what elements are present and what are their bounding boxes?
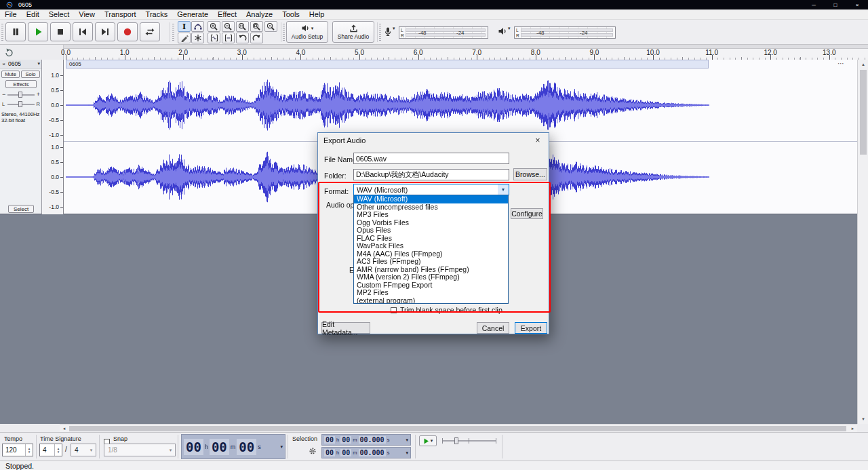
horizontal-scroll-thumb[interactable] [69, 426, 846, 431]
format-option[interactable]: MP3 Files [354, 211, 508, 219]
format-option[interactable]: AC3 Files (FFmpeg) [354, 258, 508, 266]
speed-sl2ider-thumb[interactable] [454, 437, 458, 444]
playback-meter-controls[interactable]: ▾ [498, 26, 511, 37]
browse-button[interactable]: Browse... [513, 168, 547, 180]
menu-transport[interactable]: Transport [100, 9, 141, 20]
configure-button[interactable]: Configure [511, 208, 543, 219]
track-menu-icon[interactable]: ▾ [37, 61, 40, 66]
vertical-scroll-thumb[interactable] [860, 70, 867, 155]
fit-selection-button[interactable] [236, 21, 249, 32]
draw-tool-button[interactable] [178, 33, 191, 43]
share-audio-button[interactable]: Share Audio [332, 21, 374, 43]
pause-button[interactable] [5, 22, 26, 41]
gain-slider[interactable]: − + [0, 91, 42, 98]
format-dropdown-list[interactable]: WAV (Microsoft)Other uncompressed filesM… [353, 195, 509, 304]
play-button[interactable] [28, 22, 48, 41]
spin-down-icon[interactable]: ▾ [28, 450, 31, 454]
menu-help[interactable]: Help [304, 9, 330, 20]
selection-options-button[interactable] [309, 447, 317, 455]
lcd-digits[interactable]: 00 [210, 439, 229, 455]
format-option[interactable]: Opus Files [354, 227, 508, 235]
menu-select[interactable]: Select [44, 9, 75, 20]
lcd-digits[interactable]: 00 [340, 436, 351, 444]
lcd-digits[interactable]: 00 [237, 439, 256, 455]
pan-slider-thumb[interactable] [18, 101, 22, 107]
fit-project-button[interactable] [250, 21, 263, 32]
pan-slider[interactable]: L R [0, 100, 42, 108]
overflow-dots-icon[interactable]: ⋯ [837, 60, 845, 67]
audio-setup-button[interactable]: ▾ Audio Setup [286, 21, 328, 43]
menu-analyze[interactable]: Analyze [241, 9, 277, 20]
format-option[interactable]: MP2 Files [354, 289, 508, 297]
zoom-out-button[interactable] [222, 21, 235, 32]
time-display[interactable]: 00h00m00s▾ [181, 434, 285, 459]
toolbar-grip[interactable] [1, 24, 3, 41]
selection-tool-button[interactable]: I [178, 21, 191, 32]
dialog-titlebar[interactable]: Export Audio [318, 133, 549, 148]
zoom-in-button[interactable] [208, 21, 220, 32]
chevron-down-icon[interactable]: ▾ [406, 450, 408, 456]
loop-button[interactable] [140, 22, 160, 41]
zoom-toggle-button[interactable] [264, 21, 277, 32]
undo-button[interactable] [236, 33, 249, 43]
skip-to-start-button[interactable] [73, 22, 93, 41]
redo-button[interactable] [250, 33, 263, 43]
edit-metadata-button[interactable]: Edit Metadata... [321, 322, 370, 334]
dialog-close-button[interactable]: × [527, 133, 549, 148]
scroll-up-icon[interactable]: ▴ [858, 60, 868, 69]
skip-to-end-button[interactable] [95, 22, 115, 41]
menu-generate[interactable]: Generate [172, 9, 213, 20]
toolbar-grip[interactable] [283, 24, 285, 41]
timeline-ruler[interactable]: 0.01.02.03.04.05.06.07.08.09.010.011.012… [0, 45, 868, 60]
vertical-ruler[interactable]: 1.00.50.0-0.5-1.01.00.50.0-0.5-1.0 [42, 60, 64, 214]
trim-checkbox-row[interactable]: Trim blank space before first clip [391, 306, 502, 314]
horizontal-scrollbar[interactable]: ◂ ▸ [60, 424, 857, 432]
checkbox-icon[interactable] [391, 307, 397, 313]
format-combobox[interactable]: WAV (Microsoft) ▾ [353, 184, 509, 195]
menu-tracks[interactable]: Tracks [141, 9, 173, 20]
play-at-speed-button[interactable]: ▾ [419, 435, 437, 446]
record-button[interactable] [117, 22, 138, 41]
toolbar-grip[interactable] [172, 24, 174, 41]
menu-effect[interactable]: Effect [213, 9, 241, 20]
scroll-down-icon[interactable]: ▾ [858, 414, 868, 424]
effects-button[interactable]: Effects [5, 80, 37, 88]
envelope-tool-button[interactable] [191, 21, 204, 32]
timeline-options[interactable] [0, 45, 64, 60]
record-meter-controls[interactable]: ▾ [382, 26, 395, 37]
lcd-digits[interactable]: 00 [324, 436, 335, 444]
chevron-down-icon[interactable]: ▾ [406, 437, 408, 443]
close-button[interactable]: × [846, 0, 868, 9]
lcd-digits[interactable]: 00 [340, 449, 351, 456]
format-option[interactable]: WavPack Files [354, 242, 508, 250]
cancel-button[interactable]: Cancel [477, 322, 509, 334]
trim-audio-button[interactable] [208, 33, 220, 43]
maximize-button[interactable]: □ [825, 0, 846, 9]
track-name[interactable]: 0605 [7, 60, 37, 67]
lcd-digits[interactable]: 00.000 [359, 436, 386, 444]
menu-tools[interactable]: Tools [277, 9, 304, 20]
silence-audio-button[interactable] [222, 33, 235, 43]
folder-input[interactable] [353, 169, 509, 180]
timeline-ruler-scale[interactable]: 0.01.02.03.04.05.06.07.08.09.010.011.012… [64, 45, 868, 60]
timesig-upper-spinner[interactable]: 4 ▴▾ [39, 444, 62, 456]
select-button[interactable]: Select [8, 205, 34, 213]
track-header[interactable]: × 0605 ▾ [0, 60, 41, 68]
mute-button[interactable]: Mute [1, 71, 20, 78]
file-name-input[interactable] [353, 153, 509, 164]
lcd-digits[interactable]: 00 [184, 439, 203, 455]
snap-combo[interactable]: 1/8 ▾ [104, 444, 176, 456]
menu-view[interactable]: View [74, 9, 100, 20]
chevron-down-icon[interactable]: ▾ [280, 444, 283, 450]
multi-tool-button[interactable] [191, 33, 204, 43]
lcd-digits[interactable]: 00.000 [359, 449, 386, 456]
menu-edit[interactable]: Edit [22, 9, 44, 20]
vertical-scrollbar[interactable]: ▴ ▾ [857, 60, 868, 424]
waveform-channel-left[interactable] [64, 70, 857, 140]
clip-header[interactable]: 0605 [66, 60, 709, 68]
track-close-icon[interactable]: × [0, 61, 7, 67]
timesig-lower-combo[interactable]: 4 ▾ [71, 444, 96, 456]
tempo-spinner[interactable]: 120 ▴▾ [2, 444, 33, 456]
format-option[interactable]: WAV (Microsoft) [354, 195, 508, 203]
selection-end-display[interactable]: 00h00m00.000s▾ [321, 447, 411, 458]
